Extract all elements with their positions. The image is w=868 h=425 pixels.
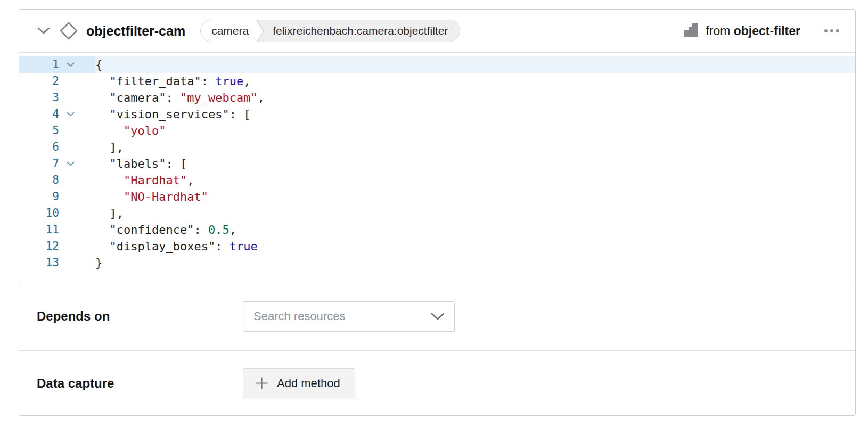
line-number: 10 xyxy=(19,205,59,222)
plus-icon xyxy=(255,377,268,390)
fold-spacer xyxy=(59,139,95,156)
fragment-icon xyxy=(684,23,698,39)
fold-spacer xyxy=(59,89,95,106)
code-text: "NO-Hardhat" xyxy=(95,189,208,205)
editor-gutter: 9 xyxy=(19,189,95,205)
editor-gutter: 4 xyxy=(19,106,95,122)
fold-spacer xyxy=(59,205,95,222)
editor-gutter: 12 xyxy=(19,238,95,255)
editor-gutter: 8 xyxy=(19,172,95,189)
editor-gutter: 2 xyxy=(19,73,95,89)
fragment-prefix: from xyxy=(706,24,730,38)
resource-title: objectfilter-cam xyxy=(86,23,185,39)
editor-gutter: 10 xyxy=(19,205,95,222)
editor-line[interactable]: 12 "display_boxes": true xyxy=(19,238,855,255)
depends-on-label: Depends on xyxy=(37,309,243,324)
collapse-chevron-icon[interactable] xyxy=(35,25,52,37)
editor-gutter: 13 xyxy=(19,255,95,271)
line-number: 13 xyxy=(19,255,59,271)
code-text: "filter_data": true, xyxy=(95,73,250,89)
editor-line[interactable]: 10 ], xyxy=(19,205,855,222)
fold-spacer xyxy=(59,238,95,255)
editor-gutter: 11 xyxy=(19,222,95,238)
json-editor[interactable]: 1{2 "filter_data": true,3 "camera": "my_… xyxy=(19,52,855,282)
depends-on-section: Depends on xyxy=(19,282,855,350)
data-capture-label: Data capture xyxy=(37,376,243,391)
depends-on-select[interactable] xyxy=(243,301,455,332)
editor-gutter: 1 xyxy=(19,56,95,73)
line-number: 5 xyxy=(19,122,59,139)
editor-line[interactable]: 8 "Hardhat", xyxy=(19,172,855,189)
fold-spacer xyxy=(59,189,95,205)
fold-spacer xyxy=(59,122,95,139)
code-text: "yolo" xyxy=(95,122,166,139)
card-header: objectfilter-cam camera felixreichenbach… xyxy=(19,10,855,52)
code-text: { xyxy=(95,56,102,73)
code-text: "vision_services": [ xyxy=(95,106,250,122)
code-text: "confidence": 0.5, xyxy=(95,222,236,238)
code-text: "camera": "my_webcam", xyxy=(95,89,265,106)
line-number: 11 xyxy=(19,222,59,238)
header-right: from object-filter xyxy=(684,23,841,39)
badge-separator-icon xyxy=(257,20,265,42)
editor-line[interactable]: 2 "filter_data": true, xyxy=(19,73,855,89)
fragment-name: object-filter xyxy=(734,24,800,38)
add-method-label: Add method xyxy=(277,377,340,390)
data-capture-section: Data capture Add method xyxy=(19,350,855,415)
editor-line[interactable]: 7 "labels": [ xyxy=(19,156,855,172)
code-text: ], xyxy=(95,205,124,222)
code-text: } xyxy=(95,255,102,271)
editor-gutter: 6 xyxy=(19,139,95,156)
code-text: "display_boxes": true xyxy=(95,238,258,255)
editor-line[interactable]: 11 "confidence": 0.5, xyxy=(19,222,855,238)
fold-chevron-icon[interactable] xyxy=(59,156,95,172)
editor-line[interactable]: 9 "NO-Hardhat" xyxy=(19,189,855,205)
editor-gutter: 5 xyxy=(19,122,95,139)
line-number: 7 xyxy=(19,156,59,172)
line-number: 2 xyxy=(19,73,59,89)
editor-line[interactable]: 4 "vision_services": [ xyxy=(19,106,855,122)
line-number: 8 xyxy=(19,172,59,189)
editor-line[interactable]: 3 "camera": "my_webcam", xyxy=(19,89,855,106)
badge-type: camera xyxy=(201,20,257,42)
badge-model: felixreichenbach:camera:objectfilter xyxy=(265,20,460,42)
fragment-source-link[interactable]: from object-filter xyxy=(706,24,800,38)
resource-card: objectfilter-cam camera felixreichenbach… xyxy=(19,9,856,416)
add-method-button[interactable]: Add method xyxy=(243,368,355,398)
line-number: 12 xyxy=(19,238,59,255)
fold-spacer xyxy=(59,255,95,271)
resource-type-badge: camera felixreichenbach:camera:objectfil… xyxy=(200,20,460,42)
fold-spacer xyxy=(59,222,95,238)
component-diamond-icon xyxy=(59,21,79,41)
line-number: 9 xyxy=(19,189,59,205)
code-text: "Hardhat", xyxy=(95,172,194,189)
editor-gutter: 7 xyxy=(19,156,95,172)
overflow-menu-icon[interactable] xyxy=(823,26,841,36)
line-number: 6 xyxy=(19,139,59,156)
code-text: ], xyxy=(95,139,124,156)
fold-chevron-icon[interactable] xyxy=(59,56,95,73)
editor-line[interactable]: 13} xyxy=(19,255,855,271)
editor-line[interactable]: 1{ xyxy=(19,56,855,73)
chevron-down-icon xyxy=(431,313,445,321)
line-number: 4 xyxy=(19,106,59,122)
fold-spacer xyxy=(59,73,95,89)
search-resources-input[interactable] xyxy=(253,309,431,323)
editor-line[interactable]: 6 ], xyxy=(19,139,855,156)
line-number: 1 xyxy=(19,56,59,73)
editor-line[interactable]: 5 "yolo" xyxy=(19,122,855,139)
editor-gutter: 3 xyxy=(19,89,95,106)
fold-spacer xyxy=(59,172,95,189)
line-number: 3 xyxy=(19,89,59,106)
fold-chevron-icon[interactable] xyxy=(59,106,95,122)
code-text: "labels": [ xyxy=(95,156,187,172)
